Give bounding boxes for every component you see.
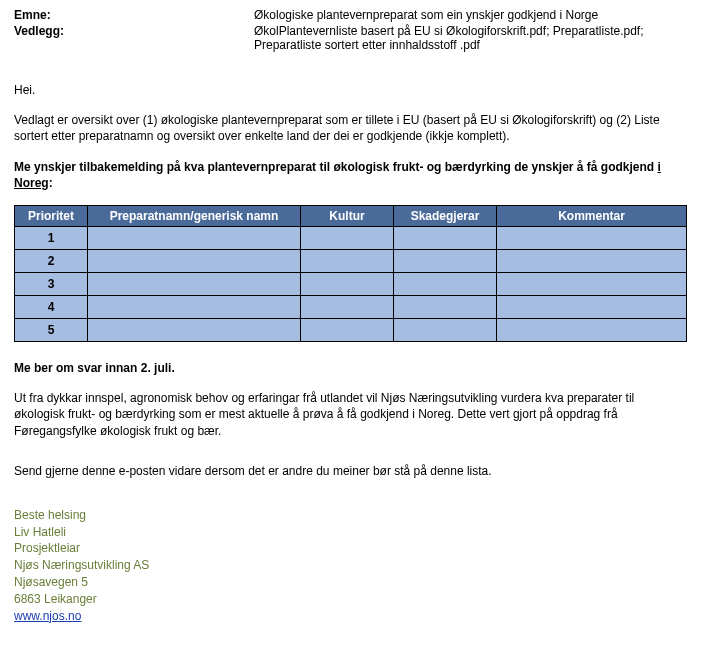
table-row: 5 (15, 318, 687, 341)
cell-skad (394, 295, 497, 318)
cell-komm (497, 318, 687, 341)
vedlegg-label: Vedlegg: (14, 24, 254, 52)
cell-skad (394, 272, 497, 295)
para-forward: Send gjerne denne e-posten vidare dersom… (14, 463, 687, 479)
cell-kult (301, 249, 394, 272)
para-followup: Ut fra dykkar innspel, agronomisk behov … (14, 390, 687, 439)
cell-prio: 3 (15, 272, 88, 295)
cell-komm (497, 295, 687, 318)
greeting: Hei. (14, 82, 687, 98)
lead-in-colon: : (49, 176, 53, 190)
emne-label: Emne: (14, 8, 254, 22)
cell-prio: 4 (15, 295, 88, 318)
para-lead-in: Me ynskjer tilbakemelding på kva plantev… (14, 159, 687, 191)
th-kommentar: Kommentar (497, 205, 687, 226)
vedlegg-line1: ØkolPlantevernliste basert på EU si Økol… (254, 24, 687, 38)
cell-kult (301, 226, 394, 249)
header-vedlegg: Vedlegg: ØkolPlantevernliste basert på E… (14, 24, 687, 52)
cell-prio: 2 (15, 249, 88, 272)
sig-url-link[interactable]: www.njos.no (14, 609, 81, 623)
cell-prep (88, 295, 301, 318)
sig-greeting: Beste helsing (14, 507, 687, 524)
cell-prio: 5 (15, 318, 88, 341)
cell-komm (497, 272, 687, 295)
vedlegg-value: ØkolPlantevernliste basert på EU si Økol… (254, 24, 687, 52)
lead-in-text: Me ynskjer tilbakemelding på kva plantev… (14, 160, 658, 174)
cell-komm (497, 226, 687, 249)
preparat-table: Prioritet Preparatnamn/generisk namn Kul… (14, 205, 687, 342)
deadline: Me ber om svar innan 2. juli. (14, 360, 687, 376)
cell-prep (88, 249, 301, 272)
cell-skad (394, 249, 497, 272)
table-row: 4 (15, 295, 687, 318)
th-prioritet: Prioritet (15, 205, 88, 226)
cell-prep (88, 226, 301, 249)
sig-title: Prosjektleiar (14, 540, 687, 557)
cell-skad (394, 318, 497, 341)
cell-kult (301, 272, 394, 295)
emne-value: Økologiske plantevernpreparat som ein yn… (254, 8, 687, 22)
header-emne: Emne: Økologiske plantevernpreparat som … (14, 8, 687, 22)
cell-skad (394, 226, 497, 249)
cell-kult (301, 295, 394, 318)
th-preparat: Preparatnamn/generisk namn (88, 205, 301, 226)
cell-prep (88, 272, 301, 295)
signature-block: Beste helsing Liv Hatleli Prosjektleiar … (14, 507, 687, 625)
sig-name: Liv Hatleli (14, 524, 687, 541)
table-row: 2 (15, 249, 687, 272)
para-intro: Vedlagt er oversikt over (1) økologiske … (14, 112, 687, 144)
sig-street: Njøsavegen 5 (14, 574, 687, 591)
table-row: 3 (15, 272, 687, 295)
cell-prio: 1 (15, 226, 88, 249)
cell-kult (301, 318, 394, 341)
vedlegg-line2: Preparatliste sortert etter innhaldsstof… (254, 38, 687, 52)
th-skadegjerar: Skadegjerar (394, 205, 497, 226)
th-kultur: Kultur (301, 205, 394, 226)
cell-komm (497, 249, 687, 272)
table-row: 1 (15, 226, 687, 249)
sig-company: Njøs Næringsutvikling AS (14, 557, 687, 574)
cell-prep (88, 318, 301, 341)
sig-city: 6863 Leikanger (14, 591, 687, 608)
